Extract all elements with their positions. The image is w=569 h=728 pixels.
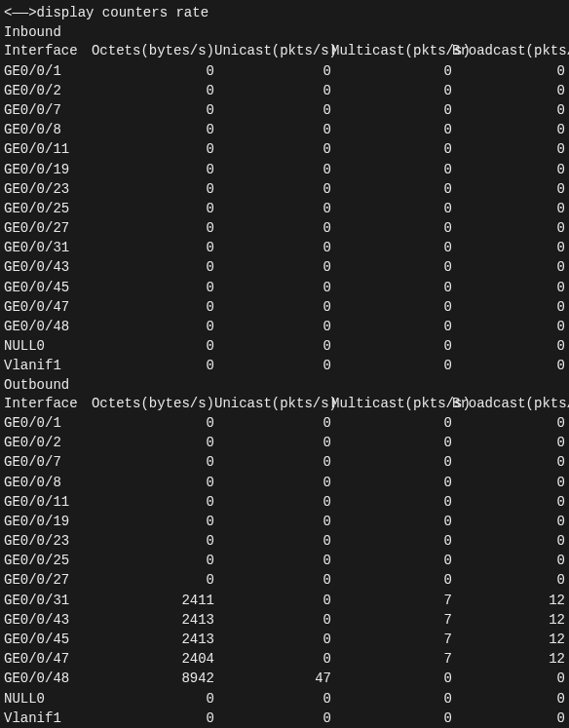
cell-multicast: 0 [331, 257, 452, 277]
cell-multicast: 0 [331, 452, 452, 472]
cell-multicast: 0 [331, 278, 452, 297]
table-row: GE0/0/230000 [4, 179, 565, 199]
cell-broadcast: 0 [452, 356, 565, 375]
cell-octets: 0 [90, 531, 214, 551]
cell-unicast: 0 [214, 512, 331, 531]
cell-unicast: 0 [214, 179, 331, 199]
table-row: GE0/0/310000 [4, 238, 565, 257]
cell-octets: 0 [90, 317, 214, 336]
table-row: GE0/0/250000 [4, 551, 565, 570]
cell-octets: 0 [90, 139, 214, 159]
table-row: NULL00000 [4, 689, 565, 709]
cell-broadcast: 0 [452, 199, 565, 218]
col-multicast: Multicast(pkts/s) [331, 41, 452, 60]
col-octets: Octets(bytes/s) [90, 41, 214, 60]
cell-broadcast: 0 [452, 531, 565, 551]
cell-broadcast: 0 [452, 160, 565, 179]
prompt-command: >display counters rate [28, 5, 209, 20]
cell-broadcast: 0 [452, 433, 565, 452]
cell-octets: 0 [90, 257, 214, 277]
cell-unicast: 0 [214, 336, 331, 356]
table-row: GE0/0/270000 [4, 218, 565, 238]
table-row: GE0/0/4524130712 [4, 630, 565, 649]
cell-interface: GE0/0/1 [4, 61, 90, 81]
cell-interface: GE0/0/48 [4, 669, 90, 688]
table-row: Vlanif10000 [4, 709, 565, 728]
cell-multicast: 0 [331, 81, 452, 100]
cell-octets: 0 [90, 512, 214, 531]
cell-octets: 0 [90, 179, 214, 199]
cell-multicast: 0 [331, 160, 452, 179]
cell-octets: 2411 [90, 591, 214, 610]
table-row: GE0/0/80000 [4, 120, 565, 139]
cell-octets: 0 [90, 356, 214, 375]
cell-interface: GE0/0/7 [4, 452, 90, 472]
cell-unicast: 0 [214, 433, 331, 452]
table-row: GE0/0/450000 [4, 278, 565, 297]
cell-interface: GE0/0/31 [4, 591, 90, 610]
inbound-label: Inbound [4, 23, 565, 41]
table-row: GE0/0/190000 [4, 160, 565, 179]
cell-octets: 0 [90, 492, 214, 512]
cell-unicast: 0 [214, 610, 331, 630]
cell-interface: Vlanif1 [4, 356, 90, 375]
cell-interface: GE0/0/19 [4, 512, 90, 531]
cell-octets: 0 [90, 81, 214, 100]
cell-broadcast: 0 [452, 139, 565, 159]
cell-broadcast: 0 [452, 473, 565, 492]
cell-unicast: 0 [214, 709, 331, 728]
col-unicast: Unicast(pkts/s) [214, 394, 331, 413]
cell-unicast: 0 [214, 238, 331, 257]
cell-interface: GE0/0/23 [4, 179, 90, 199]
cell-broadcast: 0 [452, 709, 565, 728]
cell-octets: 8942 [90, 669, 214, 688]
table-row: GE0/0/470000 [4, 297, 565, 317]
cell-interface: GE0/0/47 [4, 649, 90, 669]
cell-multicast: 0 [331, 669, 452, 688]
cell-interface: GE0/0/11 [4, 139, 90, 159]
cell-unicast: 0 [214, 649, 331, 669]
cell-broadcast: 0 [452, 336, 565, 356]
cell-octets: 0 [90, 120, 214, 139]
cell-interface: NULL0 [4, 336, 90, 356]
cell-multicast: 0 [331, 120, 452, 139]
cell-unicast: 0 [214, 492, 331, 512]
cell-unicast: 47 [214, 669, 331, 688]
cell-octets: 0 [90, 709, 214, 728]
cell-octets: 0 [90, 278, 214, 297]
cell-multicast: 0 [331, 689, 452, 709]
cell-interface: GE0/0/7 [4, 100, 90, 120]
cell-unicast: 0 [214, 120, 331, 139]
table-row: GE0/0/430000 [4, 257, 565, 277]
cell-broadcast: 0 [452, 492, 565, 512]
cell-interface: NULL0 [4, 689, 90, 709]
table-row: GE0/0/270000 [4, 570, 565, 590]
table-row: GE0/0/10000 [4, 413, 565, 433]
table-row: GE0/0/250000 [4, 199, 565, 218]
cell-octets: 0 [90, 61, 214, 81]
cell-interface: GE0/0/11 [4, 492, 90, 512]
cell-interface: GE0/0/27 [4, 218, 90, 238]
cell-multicast: 0 [331, 709, 452, 728]
cell-interface: GE0/0/1 [4, 413, 90, 433]
cell-octets: 2413 [90, 630, 214, 649]
cell-unicast: 0 [214, 591, 331, 610]
cell-broadcast: 12 [452, 591, 565, 610]
table-row: GE0/0/190000 [4, 512, 565, 531]
cell-octets: 0 [90, 199, 214, 218]
cell-unicast: 0 [214, 160, 331, 179]
cell-interface: GE0/0/43 [4, 257, 90, 277]
cell-interface: GE0/0/45 [4, 278, 90, 297]
cell-multicast: 7 [331, 649, 452, 669]
cell-unicast: 0 [214, 61, 331, 81]
table-row: GE0/0/20000 [4, 81, 565, 100]
cell-unicast: 0 [214, 100, 331, 120]
cell-interface: GE0/0/43 [4, 610, 90, 630]
cell-interface: GE0/0/8 [4, 473, 90, 492]
col-broadcast: Broadcast(pkts/s) [452, 41, 565, 60]
cell-broadcast: 0 [452, 61, 565, 81]
table-row: GE0/0/4889424700 [4, 669, 565, 688]
cell-octets: 0 [90, 570, 214, 590]
cell-broadcast: 12 [452, 610, 565, 630]
cell-multicast: 0 [331, 551, 452, 570]
